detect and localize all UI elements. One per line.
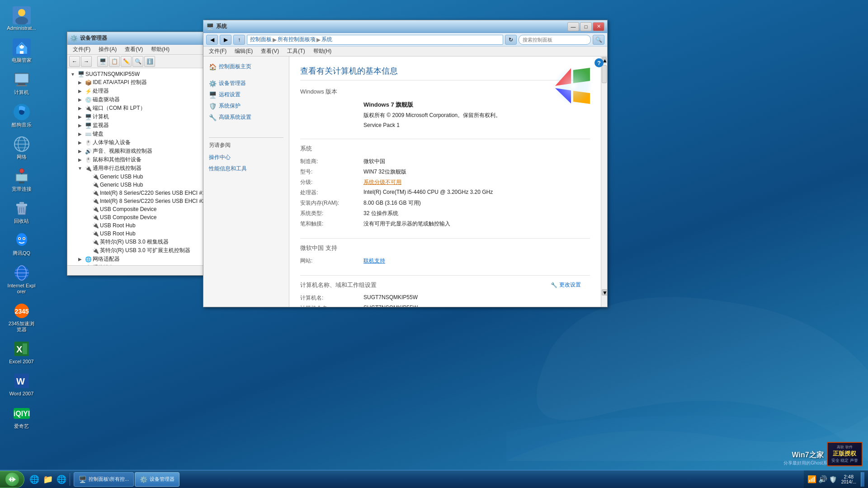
audio-icon: 🔊 xyxy=(85,148,92,155)
cp-menu-view[interactable]: 查看(V) xyxy=(257,47,283,56)
computer-fullname-value: SUGT7NSQMKIP55W xyxy=(363,305,590,307)
menu-file[interactable]: 文件(F) xyxy=(69,45,94,54)
system-section-title: 系统 xyxy=(300,145,590,153)
usb-comp1-icon: 🔌 xyxy=(92,206,99,213)
toolbar-forward[interactable]: → xyxy=(81,56,92,67)
quicklaunch-ie2[interactable]: 🌐 xyxy=(55,473,68,486)
taskbar-item-device-manager[interactable]: ⚙️ 设备管理器 xyxy=(135,472,179,487)
sysinfo-sidebar: 🏠 控制面板主页 ⚙️ 设备管理器 🖥️ 远程设置 🛡️ xyxy=(203,56,289,307)
desktop-icon-broadband[interactable]: 宽带连接 xyxy=(5,165,38,194)
sidebar-action-center[interactable]: 操作中心 xyxy=(203,152,289,163)
toolbar-btn1[interactable]: 🖥️ xyxy=(97,56,108,67)
desktop-icon-network[interactable]: 网络 xyxy=(5,133,38,162)
sidebar-performance-tools[interactable]: 性能信息和工具 xyxy=(203,163,289,174)
sysinfo-main-wrapper: ? xyxy=(289,56,607,307)
toolbar-btn4[interactable]: 🔍 xyxy=(132,56,143,67)
breadcrumb-all-items[interactable]: 所有控制面板项 xyxy=(278,36,316,43)
sidebar-advanced-settings[interactable]: 🔧 高级系统设置 xyxy=(203,112,289,123)
toolbar-btn2[interactable]: 📋 xyxy=(109,56,120,67)
change-settings-icon: 🔧 xyxy=(551,282,557,288)
cp-window-controls: — □ ✕ xyxy=(567,22,604,31)
rating-value[interactable]: 系统分级不可用 xyxy=(363,178,590,186)
start-button[interactable] xyxy=(0,471,24,488)
breadcrumb-control-panel[interactable]: 控制面板 xyxy=(250,36,272,43)
model-label: 型号: xyxy=(300,168,363,176)
cp-menu-help[interactable]: 帮助(H) xyxy=(310,47,335,56)
tray-network-icon[interactable]: 📶 xyxy=(807,475,816,483)
svg-rect-9 xyxy=(16,85,27,86)
address-field[interactable]: 控制面板 ▶ 所有控制面板项 ▶ 系统 xyxy=(247,35,503,45)
disk-icon: 💿 xyxy=(85,96,92,103)
usb-comp2-icon: 🔌 xyxy=(92,214,99,221)
sidebar-remote-settings[interactable]: 🖥️ 远程设置 xyxy=(203,89,289,100)
toolbar-btn5[interactable]: ℹ️ xyxy=(144,56,155,67)
ms-support-section: 微软中国 支持 网站: 联机支持 xyxy=(300,244,590,266)
cp-menu-file[interactable]: 文件(F) xyxy=(205,47,230,56)
computer-tree-icon: 🖥️ xyxy=(85,113,92,121)
sidebar-control-panel-home[interactable]: 🏠 控制面板主页 xyxy=(203,61,289,72)
cp-close-button[interactable]: ✕ xyxy=(593,22,604,31)
desktop-icon-administrator[interactable]: Administrat... xyxy=(5,5,38,33)
tree-root-label: SUGT7NSQMKIP55W xyxy=(85,71,140,77)
search-button[interactable]: 🔍 xyxy=(593,35,604,45)
refresh-button[interactable]: ↻ xyxy=(505,35,517,45)
change-settings-label: 更改设置 xyxy=(559,281,581,289)
menu-view[interactable]: 查看(V) xyxy=(121,45,146,54)
desktop-icon-music[interactable]: 酷狗音乐 xyxy=(5,101,38,130)
computer-name-row: 计算机名: SUGT7NSQMKIP55W xyxy=(300,293,590,303)
scroll-thumb[interactable] xyxy=(602,65,607,83)
desktop-icon-qq[interactable]: 腾讯QQ xyxy=(5,230,38,258)
scroll-down-button[interactable]: ▼ xyxy=(602,289,607,296)
desktop-icon-ie[interactable]: Internet Explorer xyxy=(5,262,38,296)
tray-security-icon[interactable]: 🛡️ xyxy=(829,476,837,483)
cp-maximize-button[interactable]: □ xyxy=(580,22,592,31)
desktop-icon-excel[interactable]: X Excel 2007 xyxy=(5,338,38,366)
search-input[interactable] xyxy=(519,35,591,45)
sidebar-system-protection[interactable]: 🛡️ 系统保护 xyxy=(203,100,289,112)
nav-back-button[interactable]: ◀ xyxy=(206,35,218,45)
show-desktop-button[interactable] xyxy=(861,472,864,487)
tray-volume-icon[interactable]: 🔊 xyxy=(818,475,827,483)
menu-help[interactable]: 帮助(H) xyxy=(147,45,173,54)
model-value: WIN7 32位旗舰版 xyxy=(363,168,590,176)
computer-fullname-row: 计算机全名: SUGT7NSQMKIP55W xyxy=(300,303,590,307)
cp-menu-tools[interactable]: 工具(T) xyxy=(283,47,308,56)
control-panel-titlebar[interactable]: 🖥️ 系统 — □ ✕ xyxy=(203,20,607,33)
change-settings-link[interactable]: 🔧 更改设置 xyxy=(551,281,581,289)
help-icon[interactable]: ? xyxy=(594,58,601,67)
desktop-icon-excel-label: Excel 2007 xyxy=(9,359,33,365)
sidebar-see-also-section: 另请参阅 操作中心 性能信息和工具 xyxy=(203,141,289,174)
desktop-icon-browser2345[interactable]: 2345 2345加速浏览器 xyxy=(5,300,38,334)
nav-forward-button[interactable]: ▶ xyxy=(220,35,231,45)
taskbar-clock[interactable]: 2:48 2014/... xyxy=(839,474,859,484)
taskbar-item-control-panel[interactable]: 🖥️ 控制面板\所有控... xyxy=(74,472,134,487)
website-value[interactable]: 联机支持 xyxy=(363,257,590,265)
usb-root2-icon: 🔌 xyxy=(92,230,99,237)
sp-value: Service Pack 1 xyxy=(363,122,590,128)
cp-menu-edit[interactable]: 编辑(E) xyxy=(231,47,256,56)
copyright-row: 版权所有 © 2009 Microsoft Corporation。保留所有权利… xyxy=(300,110,590,121)
desktop-icon-administrator-label: Administrat... xyxy=(7,25,36,31)
sidebar-device-manager[interactable]: ⚙️ 设备管理器 xyxy=(203,78,289,89)
breadcrumb-system[interactable]: 系统 xyxy=(321,36,332,43)
vendor-label: 高软 软件 xyxy=(831,445,858,450)
toolbar-btn3[interactable]: ✏️ xyxy=(121,56,132,67)
vertical-scrollbar[interactable]: ▲ ▼ xyxy=(601,56,607,307)
desktop-icon-computer-manager[interactable]: 电脑管家 xyxy=(5,37,38,65)
ram-row: 安装内存(RAM): 8.00 GB (3.16 GB 可用) xyxy=(300,198,590,208)
menu-action[interactable]: 操作(A) xyxy=(95,45,120,54)
sidebar-device-manager-label: 设备管理器 xyxy=(219,80,246,87)
desktop-icon-iqiyi[interactable]: iQIYI 爱奇艺 xyxy=(5,403,38,431)
quicklaunch-explorer[interactable]: 📁 xyxy=(42,473,54,486)
usb-hub2-icon: 🔌 xyxy=(92,181,99,188)
nav-up-button[interactable]: ↑ xyxy=(233,35,245,45)
win7-title: Win7之家 xyxy=(783,450,832,460)
desktop-icon-word[interactable]: W Word 2007 xyxy=(5,370,38,399)
sidebar-remote-label: 远程设置 xyxy=(219,91,241,99)
toolbar-back[interactable]: ← xyxy=(69,56,80,67)
quicklaunch-ie[interactable]: 🌐 xyxy=(28,473,41,486)
sidebar-main-section: 🏠 控制面板主页 xyxy=(203,61,289,72)
desktop-icon-my-computer[interactable]: 计算机 xyxy=(5,69,38,97)
cp-minimize-button[interactable]: — xyxy=(567,22,579,31)
desktop-icon-recycle[interactable]: 回收站 xyxy=(5,197,38,226)
